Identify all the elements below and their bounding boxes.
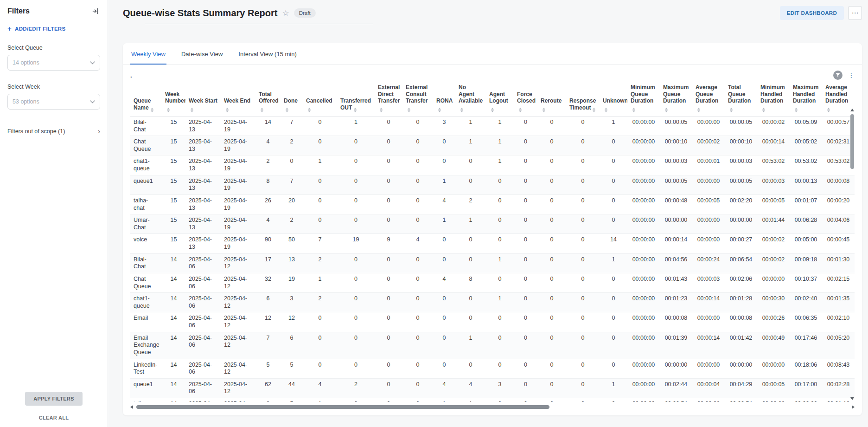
sort-icon[interactable] (460, 108, 463, 112)
chevron-down-icon (90, 100, 95, 104)
table-row[interactable]: queue1142025-04-062025-04-12624442004430… (130, 378, 855, 398)
filters-out-of-scope-row[interactable]: Filters out of scope (1) › (7, 128, 100, 135)
table-row[interactable]: Chat Queue142025-04-062025-04-1232191000… (130, 273, 855, 292)
horizontal-scrollbar[interactable] (130, 404, 855, 410)
collapse-sidebar-button[interactable] (91, 6, 100, 16)
column-header-week-end[interactable]: Week End (221, 82, 255, 116)
column-header-week-start[interactable]: Week Start (185, 82, 221, 116)
column-header-minimum-handled-duration[interactable]: Minimum Handled Duration (757, 82, 790, 116)
tab-interval-view-15-min[interactable]: Interval View (15 min) (237, 43, 297, 65)
sort-icon[interactable] (438, 108, 441, 112)
horizontal-scroll-thumb[interactable] (136, 405, 549, 409)
column-header-external-consult-transfer[interactable]: External Consult Transfer (402, 82, 433, 116)
table-row[interactable]: Bilal-Chat152025-04-132025-04-1914701003… (130, 116, 855, 136)
sort-icon[interactable] (697, 108, 700, 112)
edit-dashboard-button[interactable]: EDIT DASHBOARD (780, 6, 844, 20)
cell: 00:06:54 (725, 253, 757, 273)
vertical-scroll-track[interactable] (850, 113, 854, 395)
cell: 2025-04-12 (221, 293, 255, 312)
column-header-transferred-out[interactable]: Transferred OUT (337, 82, 375, 116)
sort-icon[interactable] (308, 108, 311, 112)
clear-all-link[interactable]: CLEAR ALL (7, 415, 100, 421)
column-header-average-queue-duration[interactable]: Average Queue Duration (692, 82, 725, 116)
add-edit-filters-link[interactable]: + ADD/EDIT FILTERS (7, 26, 100, 32)
horizontal-scroll-track[interactable] (136, 405, 849, 409)
column-header-week-number[interactable]: Week Number (162, 82, 185, 116)
cell: 2025-04-13 (185, 136, 221, 155)
sort-icon[interactable] (151, 108, 153, 112)
scroll-right-arrow-icon[interactable] (852, 405, 855, 409)
scroll-left-arrow-icon[interactable] (130, 405, 133, 409)
table-row[interactable]: talha-chat142025-04-062025-04-1285100011… (130, 398, 855, 402)
column-header-minimum-queue-duration[interactable]: Minimum Queue Duration (627, 82, 660, 116)
table-menu-button[interactable]: ⋮ (848, 71, 855, 79)
column-header-maximum-handled-duration[interactable]: Maximum Handled Duration (790, 82, 822, 116)
sort-icon[interactable] (542, 108, 545, 112)
column-header-agent-logout[interactable]: Agent Logout (486, 82, 514, 116)
column-header-maximum-queue-duration[interactable]: Maximum Queue Duration (660, 82, 692, 116)
sort-icon[interactable] (226, 108, 229, 112)
sort-icon[interactable] (191, 108, 193, 112)
table-row[interactable]: Chat Queue152025-04-132025-04-1942000001… (130, 136, 855, 155)
column-header-total-offered[interactable]: Total Offered (255, 82, 281, 116)
cell: 0 (375, 293, 402, 312)
column-header-done[interactable]: Done (281, 82, 303, 116)
favorite-star-icon[interactable]: ☆ (282, 8, 289, 18)
sort-icon[interactable] (665, 108, 668, 112)
sort-icon[interactable] (380, 108, 383, 112)
table-row[interactable]: talha-chat152025-04-132025-04-1926200000… (130, 194, 855, 214)
sort-icon[interactable] (286, 108, 288, 112)
sort-icon[interactable] (408, 108, 410, 112)
cell: 00:00:05 (757, 194, 790, 214)
select-week-dropdown[interactable]: 53 options (7, 94, 100, 110)
sort-icon[interactable] (632, 108, 635, 112)
more-options-button[interactable]: ⋯ (848, 6, 862, 20)
sort-icon[interactable] (605, 108, 607, 112)
sort-icon[interactable] (167, 108, 170, 112)
apply-filters-button[interactable]: APPLY FILTERS (25, 392, 82, 406)
table-row[interactable]: Email142025-04-062025-04-121212000000000… (130, 312, 855, 332)
column-header-cancelled[interactable]: Cancelled (303, 82, 337, 116)
scroll-down-arrow-icon[interactable] (850, 397, 854, 400)
sort-icon[interactable] (491, 108, 494, 112)
table-row[interactable]: Bilal-Chat142025-04-062025-04-1217132000… (130, 253, 855, 273)
sort-icon[interactable] (261, 108, 263, 112)
column-header-total-queue-duration[interactable]: Total Queue Duration (725, 82, 757, 116)
vertical-scroll-thumb[interactable] (850, 114, 854, 169)
column-header-rona[interactable]: RONA (433, 82, 455, 116)
tab-weekly-view[interactable]: Weekly View (130, 43, 166, 65)
column-header-no-agent-available[interactable]: No Agent Available (455, 82, 486, 116)
sort-icon[interactable] (354, 108, 357, 112)
table-row[interactable]: chat1-queue142025-04-062025-04-126320000… (130, 293, 855, 312)
column-header-reroute[interactable]: Reroute (537, 82, 566, 116)
cell: 00:01:44 (757, 214, 790, 234)
sort-icon[interactable] (762, 108, 765, 112)
sort-icon[interactable] (730, 108, 733, 112)
column-header-force-closed[interactable]: Force Closed (514, 82, 537, 116)
table-row[interactable]: voice152025-04-132025-04-199050719940000… (130, 234, 855, 253)
column-label: Total Offered (259, 91, 279, 104)
cell: 3 (486, 378, 514, 398)
column-label: Agent Logout (489, 91, 508, 104)
table-row[interactable]: queue1152025-04-132025-04-19870000100000… (130, 175, 855, 194)
column-header-unknown[interactable]: Unknown (600, 82, 627, 116)
sort-icon[interactable] (827, 108, 830, 112)
column-header-queue-name[interactable]: Queue Name (130, 82, 162, 116)
table-row[interactable]: LinkedIn-Test142025-04-062025-04-1255000… (130, 359, 855, 378)
column-header-response-timeout[interactable]: Response Timeout (566, 82, 600, 116)
sort-icon[interactable] (795, 108, 798, 112)
cell: 0 (455, 234, 486, 253)
filters-out-of-scope-label: Filters out of scope (1) (7, 128, 65, 135)
table-row[interactable]: chat1-queue152025-04-132025-04-192010000… (130, 155, 855, 175)
sort-icon[interactable] (593, 108, 595, 112)
table-row[interactable]: Email Exchange Queue142025-04-062025-04-… (130, 332, 855, 359)
vertical-scrollbar[interactable] (850, 109, 855, 400)
tab-date-wise-view[interactable]: Date-wise View (180, 43, 223, 65)
column-header-external-direct-transfer[interactable]: External Direct Transfer (375, 82, 402, 116)
cell: 14 (162, 378, 185, 398)
select-queue-dropdown[interactable]: 14 options (7, 55, 100, 71)
table-filter-button[interactable] (833, 71, 842, 80)
sort-icon[interactable] (519, 108, 522, 112)
scroll-up-arrow-icon[interactable] (850, 109, 854, 111)
table-row[interactable]: Umar-Chat152025-04-132025-04-19420000110… (130, 214, 855, 234)
